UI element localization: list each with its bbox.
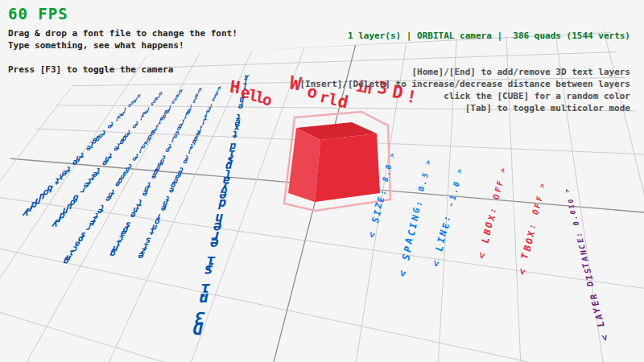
- ground-char: L: [596, 321, 606, 327]
- ground-char: 0: [572, 221, 580, 226]
- ground-char: A: [580, 256, 590, 261]
- help-line: click the [CUBE] for a random color: [299, 90, 630, 102]
- ground-char: 0: [569, 210, 577, 215]
- ground-char: I: [584, 275, 594, 281]
- help-line: Type something, see what happens!: [8, 39, 237, 51]
- ground-char: :: [575, 232, 584, 237]
- hud-right: 1 layer(s) | ORBITAL camera | 386 quads …: [299, 6, 630, 138]
- cube-front-face: [315, 134, 380, 202]
- ground-char: T: [582, 262, 592, 268]
- ground-char: .: [571, 216, 579, 220]
- ground-char: A: [594, 314, 605, 320]
- help-line: Press [F3] to toggle the camera: [8, 64, 237, 76]
- ground-char: D: [586, 281, 596, 286]
- ground-char: <: [599, 335, 610, 341]
- help-line: [Insert]/[Delete] to increase/decrease d…: [299, 78, 630, 90]
- stats-line: 1 layer(s) | ORBITAL camera | 386 quads …: [299, 30, 630, 42]
- help-line: [Tab] to toggle multicolor mode: [299, 102, 630, 114]
- help-text-left: Drag & drop a font file to change the fo…: [8, 27, 237, 76]
- raylib-3d-text-demo-window[interactable]: HelloWorldin3D! Allthetextdisplayedherei…: [0, 0, 644, 362]
- help-line: Drag & drop a font file to change the fo…: [8, 27, 237, 39]
- fps-counter: 60 FPS: [8, 5, 68, 23]
- ground-char: C: [577, 244, 586, 249]
- help-line: [Home]/[End] to add/remove 3D text layer…: [299, 66, 630, 78]
- ground-char: Y: [592, 307, 603, 314]
- help-text-right: [Home]/[End] to add/remove 3D text layer…: [299, 66, 630, 114]
